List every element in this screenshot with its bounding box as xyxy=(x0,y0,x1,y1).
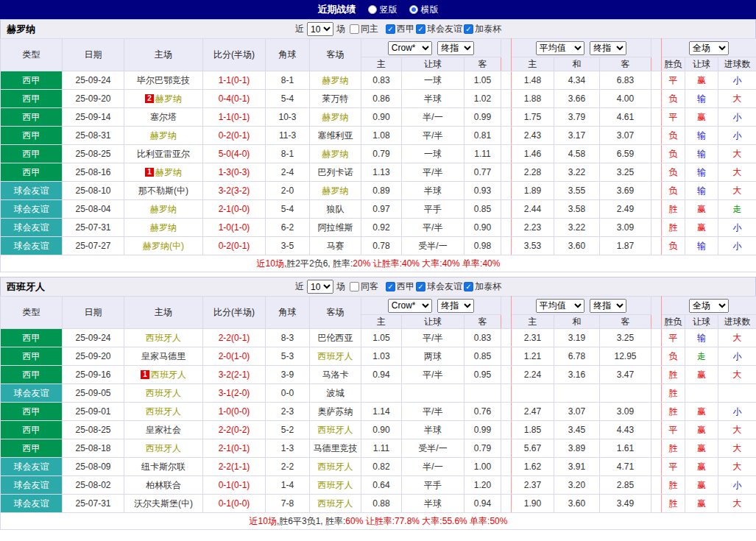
row-score[interactable]: 1-1(0-1) xyxy=(203,108,266,127)
row-home[interactable]: 西班牙人 xyxy=(124,403,203,421)
row-home[interactable]: 毕尔巴鄂竞技 xyxy=(124,71,203,90)
row-score[interactable]: 1-0(1-0) xyxy=(203,219,266,237)
team-link[interactable]: 皇家社会 xyxy=(146,425,181,435)
checkbox-checked-icon[interactable]: ✓ xyxy=(464,282,473,291)
odds-source-select[interactable]: Crow* xyxy=(388,299,432,313)
row-away[interactable]: 赫罗纳 xyxy=(310,108,361,127)
odds-source-select[interactable]: Crow* xyxy=(388,41,432,55)
row-score[interactable]: 1-3(0-3) xyxy=(203,163,266,182)
filter-checkbox[interactable]: 同主 xyxy=(350,23,378,35)
row-home[interactable]: 沃尔夫斯堡(中) xyxy=(124,495,203,513)
team-link[interactable]: 巴列卡诺 xyxy=(318,167,353,177)
row-away[interactable]: 巴伦西亚 xyxy=(310,329,361,347)
team-link[interactable]: 纽卡斯尔联 xyxy=(141,462,186,472)
row-score[interactable]: 0-1(0-1) xyxy=(203,476,266,495)
team-link[interactable]: 比利亚雷亚尔 xyxy=(137,149,190,159)
checkbox-checked-icon[interactable]: ✓ xyxy=(416,24,425,34)
row-away[interactable]: 西班牙人 xyxy=(310,458,361,476)
team-link[interactable]: 赫罗纳 xyxy=(150,204,177,214)
row-away[interactable]: 西班牙人 xyxy=(310,347,361,366)
team-link[interactable]: 柏林联合 xyxy=(146,480,181,490)
match-count-select[interactable]: 10 xyxy=(307,280,333,294)
row-away[interactable]: 波城 xyxy=(310,384,361,403)
team-link[interactable]: 波城 xyxy=(327,388,345,398)
team-link[interactable]: 马德里竞技 xyxy=(314,443,358,453)
team-link[interactable]: 西班牙人 xyxy=(318,425,353,435)
row-home[interactable]: 赫罗纳 xyxy=(124,219,203,237)
row-score[interactable]: 3-2(2-1) xyxy=(203,366,266,384)
team-link[interactable]: 赫罗纳 xyxy=(155,167,182,177)
team-link[interactable]: 塞维利亚 xyxy=(318,130,353,141)
row-home[interactable]: 西班牙人 xyxy=(124,329,203,347)
filter-checkbox[interactable]: ✓西甲 xyxy=(386,23,414,35)
row-score[interactable]: 3-2(3-2) xyxy=(203,182,266,200)
team-link[interactable]: 赫罗纳 xyxy=(322,185,349,196)
row-away[interactable]: 马德里竞技 xyxy=(310,439,361,458)
team-link[interactable]: 赫罗纳 xyxy=(322,112,349,122)
team-link[interactable]: 西班牙人 xyxy=(146,443,181,453)
team-link[interactable]: 西班牙人 xyxy=(318,351,353,361)
team-link[interactable]: 阿拉维斯 xyxy=(318,222,353,233)
team-link[interactable]: 毕尔巴鄂竞技 xyxy=(137,75,190,85)
row-home[interactable]: 比利亚雷亚尔 xyxy=(124,145,203,163)
team-link[interactable]: 马赛 xyxy=(327,241,345,251)
row-away[interactable]: 西班牙人 xyxy=(310,421,361,439)
team-link[interactable]: 西班牙人 xyxy=(151,369,186,380)
scope-select[interactable]: 全场 xyxy=(689,41,729,55)
row-away[interactable]: 塞维利亚 xyxy=(310,127,361,145)
checkbox-checked-icon[interactable]: ✓ xyxy=(386,24,395,34)
avg-final-select[interactable]: 终指 xyxy=(590,299,626,313)
row-home[interactable]: 柏林联合 xyxy=(124,476,203,495)
filter-checkbox[interactable]: 同客 xyxy=(350,280,378,293)
team-link[interactable]: 西班牙人 xyxy=(318,498,353,509)
row-home[interactable]: 赫罗纳 xyxy=(124,200,203,219)
team-link[interactable]: 奥萨苏纳 xyxy=(318,406,353,417)
radio-checked-icon[interactable] xyxy=(409,5,418,14)
row-away[interactable]: 狼队 xyxy=(310,200,361,219)
filter-checkbox[interactable]: ✓西甲 xyxy=(386,280,414,293)
filter-checkbox[interactable]: ✓加泰杯 xyxy=(464,23,501,35)
row-home[interactable]: 皇家社会 xyxy=(124,421,203,439)
filter-checkbox[interactable]: ✓加泰杯 xyxy=(464,280,501,293)
team-link[interactable]: 赫罗纳 xyxy=(150,222,177,233)
row-away[interactable]: 巴列卡诺 xyxy=(310,163,361,182)
team-link[interactable]: 那不勒斯(中) xyxy=(138,185,188,196)
checkbox-checked-icon[interactable]: ✓ xyxy=(464,24,473,34)
odds-final-select[interactable]: 终指 xyxy=(437,299,474,313)
row-home[interactable]: 那不勒斯(中) xyxy=(124,182,203,200)
row-score[interactable]: 2-1(0-1) xyxy=(203,439,266,458)
team-link[interactable]: 西班牙人 xyxy=(146,388,181,398)
row-score[interactable]: 0-1(0-0) xyxy=(203,495,266,513)
radio-unchecked-icon[interactable] xyxy=(368,5,377,14)
team-link[interactable]: 西班牙人 xyxy=(146,406,181,417)
team-link[interactable]: 赫罗纳 xyxy=(322,75,349,85)
match-count-select[interactable]: 10 xyxy=(307,22,333,36)
row-score[interactable]: 2-2(0-1) xyxy=(203,329,266,347)
row-score[interactable]: 1-0(0-0) xyxy=(203,403,266,421)
team-link[interactable]: 赫罗纳 xyxy=(155,93,182,104)
team-link[interactable]: 莱万特 xyxy=(322,93,349,104)
team-link[interactable]: 马洛卡 xyxy=(322,369,349,380)
row-score[interactable]: 5-0(4-0) xyxy=(203,145,266,163)
team-link[interactable]: 西班牙人 xyxy=(146,333,181,343)
layout-radio-horizontal[interactable]: 横版 xyxy=(409,4,439,16)
team-link[interactable]: 赫罗纳(中) xyxy=(143,241,184,251)
checkbox-checked-icon[interactable]: ✓ xyxy=(416,282,425,291)
row-away[interactable]: 西班牙人 xyxy=(310,495,361,513)
row-home[interactable]: 塞尔塔 xyxy=(124,108,203,127)
scope-select[interactable]: 全场 xyxy=(689,299,729,313)
row-home[interactable]: 2赫罗纳 xyxy=(124,90,203,108)
row-score[interactable]: 2-2(0-2) xyxy=(203,421,266,439)
row-away[interactable]: 赫罗纳 xyxy=(310,71,361,90)
row-away[interactable]: 奥萨苏纳 xyxy=(310,403,361,421)
row-home[interactable]: 纽卡斯尔联 xyxy=(124,458,203,476)
row-home[interactable]: 西班牙人 xyxy=(124,439,203,458)
row-home[interactable]: 皇家马德里 xyxy=(124,347,203,366)
checkbox-unchecked-icon[interactable] xyxy=(350,24,359,34)
row-away[interactable]: 马洛卡 xyxy=(310,366,361,384)
row-score[interactable]: 0-2(0-1) xyxy=(203,237,266,255)
row-home[interactable]: 赫罗纳 xyxy=(124,127,203,145)
team-link[interactable]: 沃尔夫斯堡(中) xyxy=(134,498,193,509)
layout-radio-vertical[interactable]: 竖版 xyxy=(368,4,398,16)
row-score[interactable]: 0-2(0-1) xyxy=(203,127,266,145)
